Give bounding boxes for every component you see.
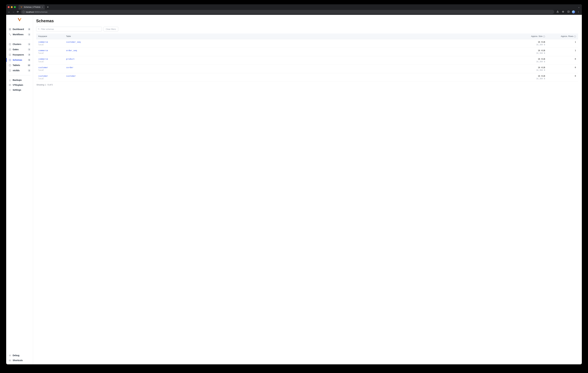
table-footer: Showing 1 - 5 of 5 bbox=[36, 82, 212, 88]
back-button[interactable]: ← bbox=[8, 11, 10, 13]
table-link[interactable]: corder bbox=[66, 66, 212, 69]
clusters-icon: R bbox=[9, 43, 11, 45]
table-row: commercelocalorder_seq16 KiB16,384 B1 bbox=[36, 48, 212, 56]
svg-text:S: S bbox=[10, 59, 10, 61]
svg-text:G: G bbox=[10, 49, 10, 50]
sidebar-item-label: Backups bbox=[13, 79, 31, 81]
sidebar-item-label: VTExplain bbox=[13, 84, 31, 86]
sidebar-item-vtexplain[interactable]: VTExplain bbox=[6, 83, 33, 88]
backups-icon bbox=[9, 79, 11, 81]
sidebar-item-clusters[interactable]: RClusters1 bbox=[6, 42, 33, 47]
window-controls[interactable] bbox=[8, 6, 17, 8]
sidebar-item-dashboard[interactable]: Dashboard0 bbox=[6, 27, 33, 32]
schemas-table: Keyspace Table Approx. Size? Approx. Row… bbox=[36, 33, 212, 82]
forward-button[interactable]: → bbox=[12, 11, 15, 13]
sidebar-item-workflows[interactable]: Workflows1 bbox=[6, 32, 33, 37]
table-link[interactable]: product bbox=[66, 58, 212, 60]
search-icon bbox=[38, 28, 40, 30]
table-row: commercelocalcustomer_seq16 KiB16,384 B1 bbox=[36, 39, 212, 48]
col-table[interactable]: Table bbox=[64, 33, 212, 39]
schemas-icon: S bbox=[9, 59, 11, 61]
site-info-icon[interactable]: i bbox=[22, 11, 25, 13]
sidebar-badge: 1 bbox=[28, 43, 31, 45]
clear-filters-button[interactable]: Clear filters bbox=[104, 27, 118, 31]
maximize-window-icon[interactable] bbox=[14, 6, 16, 8]
reload-button[interactable]: ⟳ bbox=[16, 11, 19, 13]
cluster-name: local bbox=[38, 52, 62, 54]
sidebar-item-keyspaces[interactable]: KKeyspaces3 bbox=[6, 52, 33, 57]
filter-schemas-input[interactable] bbox=[41, 28, 100, 30]
close-window-icon[interactable] bbox=[8, 6, 10, 8]
address-bar[interactable]: i localhost:3000/schemas bbox=[21, 10, 212, 14]
sidebar-badge: 1 bbox=[28, 69, 31, 72]
sidebar-badge: 3 bbox=[28, 53, 31, 56]
table-link[interactable]: customer bbox=[66, 75, 212, 77]
url-host: localhost bbox=[26, 11, 34, 13]
new-tab-button[interactable]: + bbox=[46, 6, 50, 9]
browser-tab[interactable]: Schemas | VTAdmin × bbox=[19, 5, 45, 10]
svg-rect-21 bbox=[9, 84, 11, 86]
vtexplain-icon bbox=[9, 84, 11, 86]
sidebar-badge: 1 bbox=[28, 48, 31, 51]
sidebar-item-settings[interactable]: Settings bbox=[6, 88, 33, 92]
svg-rect-5 bbox=[9, 29, 10, 30]
close-tab-icon[interactable]: × bbox=[42, 6, 43, 8]
url-path: :3000/schemas bbox=[34, 11, 47, 13]
sidebar-item-gates[interactable]: GGates1 bbox=[6, 47, 33, 52]
keyspace-link[interactable]: commerce bbox=[38, 41, 62, 43]
vtctlds-icon: V bbox=[9, 69, 11, 72]
sidebar-item-label: Clusters bbox=[13, 43, 26, 45]
settings-icon bbox=[9, 89, 11, 91]
sidebar-item-label: Tablets bbox=[13, 64, 26, 66]
filter-schemas-input-wrapper[interactable] bbox=[36, 27, 102, 31]
col-keyspace[interactable]: Keyspace bbox=[36, 33, 64, 39]
sidebar: Dashboard0Workflows1RClusters1GGates1KKe… bbox=[6, 15, 33, 134]
cluster-name: local bbox=[38, 44, 62, 46]
tablets-icon: T bbox=[9, 64, 11, 66]
sidebar-badge: 12 bbox=[27, 64, 31, 66]
browser-chrome: Schemas | VTAdmin × + ⌄ ← → ⟳ i localhos… bbox=[6, 4, 212, 15]
sidebar-item-backups[interactable]: Backups bbox=[6, 77, 33, 83]
keyspaces-icon: K bbox=[9, 54, 11, 56]
sidebar-badge: 5 bbox=[28, 59, 31, 61]
table-row: customerlocalcustomer16 KiB16,384 B0 bbox=[36, 73, 212, 82]
sidebar-item-tablets[interactable]: TTablets12 bbox=[6, 63, 33, 68]
svg-rect-3 bbox=[9, 28, 10, 29]
svg-point-28 bbox=[38, 28, 39, 30]
svg-point-24 bbox=[10, 90, 10, 90]
minimize-window-icon[interactable] bbox=[11, 6, 13, 8]
svg-text:T: T bbox=[10, 65, 10, 66]
sidebar-item-label: Settings bbox=[13, 89, 31, 91]
keyspace-link[interactable]: customer bbox=[38, 66, 62, 69]
page-title: Schemas bbox=[36, 19, 212, 23]
table-link[interactable]: customer_seq bbox=[66, 41, 212, 43]
tab-title: Schemas | VTAdmin bbox=[24, 6, 41, 8]
svg-rect-4 bbox=[10, 28, 11, 29]
app-logo[interactable] bbox=[6, 18, 33, 22]
sidebar-badge: 0 bbox=[28, 28, 31, 31]
vitess-favicon-icon bbox=[20, 6, 22, 8]
svg-text:K: K bbox=[10, 54, 10, 55]
sidebar-item-vtctlds[interactable]: Vvtctlds1 bbox=[6, 68, 33, 73]
sidebar-item-schemas[interactable]: SSchemas5 bbox=[6, 57, 33, 63]
gates-icon: G bbox=[9, 48, 11, 51]
cluster-name: local bbox=[38, 69, 62, 71]
sidebar-item-label: Gates bbox=[13, 48, 26, 51]
table-row: customerlocalcorder16 KiB16,384 B0 bbox=[36, 65, 212, 73]
cluster-name: local bbox=[38, 61, 62, 63]
keyspace-link[interactable]: commerce bbox=[38, 58, 62, 60]
sidebar-item-label: Workflows bbox=[13, 33, 26, 36]
svg-text:R: R bbox=[10, 44, 10, 45]
svg-rect-6 bbox=[10, 29, 11, 30]
sidebar-item-label: vtctlds bbox=[13, 69, 26, 72]
svg-text:V: V bbox=[10, 70, 10, 71]
sidebar-item-label: Keyspaces bbox=[13, 54, 26, 56]
sidebar-badge: 1 bbox=[28, 33, 31, 36]
table-link[interactable]: order_seq bbox=[66, 49, 212, 52]
workflows-icon bbox=[9, 33, 11, 36]
cluster-name: local bbox=[38, 77, 62, 80]
keyspace-link[interactable]: customer bbox=[38, 75, 62, 77]
sidebar-item-label: Dashboard bbox=[13, 28, 26, 31]
keyspace-link[interactable]: commerce bbox=[38, 49, 62, 52]
sidebar-item-label: Schemas bbox=[13, 59, 26, 61]
